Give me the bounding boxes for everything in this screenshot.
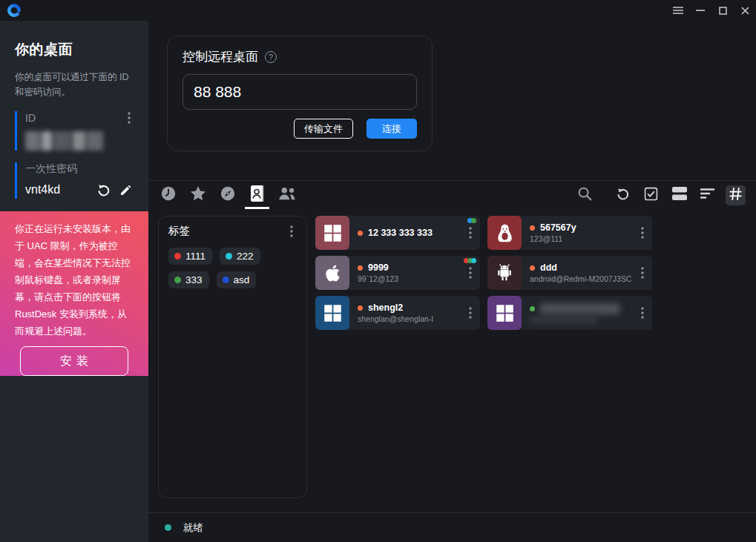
peer-info: dddandroid@Redmi-M2007J3SC: [522, 256, 633, 290]
peer-card[interactable]: 12 333 333 333: [315, 216, 480, 250]
password-value: vnt4kd: [25, 183, 90, 196]
remote-id-input[interactable]: [183, 74, 417, 110]
id-label: ID: [25, 112, 36, 124]
peer-info: [522, 296, 633, 330]
peer-info: 567567y123@111: [522, 216, 633, 250]
browse-area: 标签 1111222333asd 12 333 333 333567567y12…: [148, 209, 756, 512]
install-warning-banner: 你正在运行未安装版本，由于 UAC 限制，作为被控端，会在某些情况下无法控制鼠标…: [0, 211, 148, 376]
apple-os-icon: [315, 256, 349, 290]
peer-menu-icon[interactable]: [461, 296, 480, 330]
peer-name: 12 333 333 333: [368, 228, 433, 238]
peer-menu-icon[interactable]: [633, 256, 652, 290]
tag-chip[interactable]: 333: [168, 271, 209, 288]
tag-label: asd: [234, 274, 250, 285]
id-menu-icon[interactable]: [124, 111, 134, 125]
status-bar: 就绪: [148, 512, 756, 542]
peer-name: shengl2: [368, 303, 403, 313]
id-block: ID: [15, 111, 134, 151]
people-icon: [277, 185, 297, 205]
peer-card[interactable]: shengl2shenglan@shenglan-l: [315, 296, 480, 330]
windows-os-icon: [315, 216, 349, 250]
peer-subtitle: 123@111: [530, 234, 633, 243]
title-bar: [0, 0, 756, 21]
tag-chip[interactable]: 1111: [168, 248, 212, 265]
peer-status-dot: [358, 231, 363, 236]
clock-icon: [160, 185, 177, 205]
address-book-icon: [249, 185, 266, 205]
windows-os-icon: [487, 296, 522, 330]
search-icon: [576, 185, 593, 205]
peer-status-dot: [358, 305, 363, 311]
peer-menu-icon[interactable]: [633, 296, 652, 330]
id-value-redacted: [25, 131, 108, 151]
peer-name: ddd: [540, 262, 557, 273]
peer-tag-dots: [469, 218, 476, 223]
status-dot: [165, 524, 171, 531]
control-remote-title: 控制远程桌面: [183, 48, 258, 65]
toolbar-sort-button[interactable]: [697, 185, 717, 205]
compass-icon: [220, 185, 236, 205]
minimize-icon[interactable]: [689, 0, 711, 21]
refresh-password-icon[interactable]: [94, 181, 112, 199]
main-panel: 控制远程桌面 ? 传输文件 连接 标签: [148, 21, 756, 542]
hamburger-menu-icon[interactable]: [667, 0, 689, 21]
tags-panel: 标签 1111222333asd: [158, 216, 307, 498]
checkbox-checked-icon: [644, 187, 658, 204]
peer-status-dot: [530, 265, 535, 271]
maximize-icon[interactable]: [711, 0, 734, 21]
peer-subtitle: android@Redmi-M2007J3SC: [530, 274, 633, 283]
sidebar-title: 你的桌面: [15, 40, 134, 59]
tab-address-book[interactable]: [247, 185, 267, 205]
star-icon: [189, 185, 207, 205]
connect-button[interactable]: 连接: [367, 119, 417, 139]
tags-title: 标签: [168, 224, 190, 238]
password-block: 一次性密码 vnt4kd: [15, 162, 134, 199]
edit-password-icon[interactable]: [116, 181, 134, 199]
peer-subtitle: shenglan@shenglan-l: [358, 314, 461, 323]
peer-name-redacted: [540, 303, 620, 314]
toolbar-grid-view-button[interactable]: [726, 185, 746, 205]
peer-card[interactable]: [487, 296, 652, 330]
peer-name: 9999: [368, 262, 389, 273]
tab-favorites[interactable]: [188, 185, 208, 205]
tag-color-dot: [174, 253, 181, 260]
tags-menu-icon[interactable]: [286, 225, 297, 238]
transfer-file-button[interactable]: 传输文件: [294, 119, 353, 139]
peer-subtitle: 99`12@123: [358, 274, 461, 283]
toolbar-card-view-button[interactable]: [669, 185, 689, 205]
tag-label: 1111: [185, 251, 206, 262]
connect-section: 控制远程桌面 ? 传输文件 连接: [148, 21, 756, 181]
toolbar-refresh-button[interactable]: [613, 185, 633, 205]
toolbar-search-button[interactable]: [574, 185, 594, 205]
sidebar: 你的桌面 你的桌面可以通过下面的 ID 和密码访问。 ID 一次性密码 vnt4…: [0, 21, 148, 542]
tag-chip[interactable]: 222: [220, 248, 260, 265]
peer-info: 999999`12@123: [349, 256, 461, 290]
tag-color-dot: [174, 277, 181, 283]
peer-subtitle-redacted: [530, 317, 598, 323]
toolbar-select-button[interactable]: [641, 185, 661, 205]
hash-grid-icon: [729, 188, 742, 203]
peer-status-dot: [530, 225, 535, 231]
peer-grid: 12 333 333 333567567y123@111999999`12@12…: [315, 216, 657, 512]
rustdesk-logo-icon: [7, 3, 22, 18]
peer-card[interactable]: dddandroid@Redmi-M2007J3SC: [487, 256, 652, 290]
peer-card[interactable]: 999999`12@123: [315, 256, 480, 290]
tab-group[interactable]: [277, 185, 297, 205]
refresh-icon: [616, 187, 630, 204]
peer-menu-icon[interactable]: [633, 216, 652, 250]
android-os-icon: [487, 256, 522, 290]
tab-recent-sessions[interactable]: [158, 185, 178, 205]
tab-discovered[interactable]: [217, 185, 237, 205]
tag-color-dot: [226, 253, 232, 260]
tag-chip[interactable]: asd: [217, 271, 257, 288]
peer-tab-bar: [148, 181, 756, 209]
peer-card[interactable]: 567567y123@111: [487, 216, 652, 250]
password-label: 一次性密码: [25, 162, 77, 176]
install-button[interactable]: 安装: [20, 346, 128, 376]
question-circle-icon[interactable]: ?: [265, 51, 277, 63]
control-remote-card: 控制远程桌面 ? 传输文件 连接: [167, 36, 433, 151]
peer-tag-dots: [465, 258, 476, 263]
close-icon[interactable]: [734, 0, 756, 21]
tag-label: 222: [237, 251, 254, 262]
windows-os-icon: [315, 296, 349, 330]
